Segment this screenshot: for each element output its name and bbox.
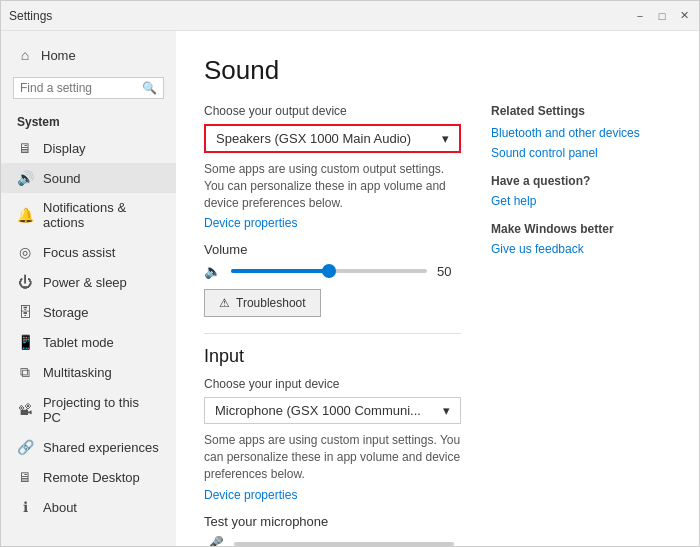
about-icon: ℹ: [17, 499, 33, 515]
sidebar-item-focus[interactable]: ◎ Focus assist: [1, 237, 176, 267]
sidebar-item-multitasking[interactable]: ⧉ Multitasking: [1, 357, 176, 388]
maximize-button[interactable]: □: [655, 9, 669, 23]
sidebar-section-label: System: [1, 105, 176, 133]
sound-control-panel-link[interactable]: Sound control panel: [491, 146, 671, 160]
power-icon: ⏻: [17, 274, 33, 290]
main-layout: Choose your output device Speakers (GSX …: [204, 104, 671, 546]
bluetooth-link[interactable]: Bluetooth and other devices: [491, 126, 671, 140]
home-icon: ⌂: [17, 47, 33, 63]
sound-icon: 🔊: [17, 170, 33, 186]
remote-icon: 🖥: [17, 469, 33, 485]
notifications-icon: 🔔: [17, 207, 33, 223]
volume-label: Volume: [204, 242, 461, 257]
sidebar-item-label: Multitasking: [43, 365, 112, 380]
output-device-properties-link[interactable]: Device properties: [204, 216, 297, 230]
related-settings-title: Related Settings: [491, 104, 671, 118]
sidebar-item-shared[interactable]: 🔗 Shared experiences: [1, 432, 176, 462]
sidebar-item-sound[interactable]: 🔊 Sound: [1, 163, 176, 193]
shared-icon: 🔗: [17, 439, 33, 455]
sidebar-item-label: Sound: [43, 171, 81, 186]
sidebar-item-notifications[interactable]: 🔔 Notifications & actions: [1, 193, 176, 237]
multitasking-icon: ⧉: [17, 364, 33, 381]
content-area: ⌂ Home 🔍 System 🖥 Display 🔊 Sound 🔔 Noti…: [1, 31, 699, 546]
output-device-value: Speakers (GSX 1000 Main Audio): [216, 131, 411, 146]
sidebar-item-storage[interactable]: 🗄 Storage: [1, 297, 176, 327]
settings-window: Settings − □ ✕ ⌂ Home 🔍 System 🖥 Display: [0, 0, 700, 547]
sidebar-item-label: Notifications & actions: [43, 200, 160, 230]
chevron-down-icon: ▾: [442, 131, 449, 146]
search-icon: 🔍: [142, 81, 157, 95]
output-section-label: Choose your output device: [204, 104, 461, 118]
search-input[interactable]: [20, 81, 138, 95]
input-device-properties-link[interactable]: Device properties: [204, 488, 297, 502]
sidebar-home-label: Home: [41, 48, 76, 63]
give-feedback-link[interactable]: Give us feedback: [491, 242, 671, 256]
sidebar-item-label: Shared experiences: [43, 440, 159, 455]
tablet-icon: 📱: [17, 334, 33, 350]
mic-row: 🎤: [204, 535, 461, 546]
volume-slider[interactable]: [231, 269, 427, 273]
volume-row: 🔈 50: [204, 263, 461, 279]
sidebar-item-label: Tablet mode: [43, 335, 114, 350]
test-mic-label: Test your microphone: [204, 514, 461, 529]
close-button[interactable]: ✕: [677, 9, 691, 23]
sidebar-item-label: Display: [43, 141, 86, 156]
sidebar-item-remote[interactable]: 🖥 Remote Desktop: [1, 462, 176, 492]
main-left: Choose your output device Speakers (GSX …: [204, 104, 461, 546]
sidebar-item-projecting[interactable]: 📽 Projecting to this PC: [1, 388, 176, 432]
sidebar: ⌂ Home 🔍 System 🖥 Display 🔊 Sound 🔔 Noti…: [1, 31, 176, 546]
page-title: Sound: [204, 55, 671, 86]
window-title: Settings: [9, 9, 52, 23]
main-content: Sound Choose your output device Speakers…: [176, 31, 699, 546]
sidebar-item-home[interactable]: ⌂ Home: [1, 39, 176, 71]
sidebar-item-label: Remote Desktop: [43, 470, 140, 485]
volume-value: 50: [437, 264, 461, 279]
input-section-label: Choose your input device: [204, 377, 461, 391]
divider: [204, 333, 461, 334]
titlebar: Settings − □ ✕: [1, 1, 699, 31]
sidebar-item-display[interactable]: 🖥 Display: [1, 133, 176, 163]
input-device-dropdown[interactable]: Microphone (GSX 1000 Communi... ▾: [204, 397, 461, 424]
sidebar-item-about[interactable]: ℹ About: [1, 492, 176, 522]
sidebar-item-label: Projecting to this PC: [43, 395, 160, 425]
sidebar-item-label: Storage: [43, 305, 89, 320]
input-device-value: Microphone (GSX 1000 Communi...: [215, 403, 421, 418]
microphone-icon: 🎤: [204, 535, 224, 546]
minimize-button[interactable]: −: [633, 9, 647, 23]
volume-fill: [231, 269, 329, 273]
focus-icon: ◎: [17, 244, 33, 260]
have-a-question-title: Have a question?: [491, 174, 671, 188]
search-box[interactable]: 🔍: [13, 77, 164, 99]
sidebar-item-label: About: [43, 500, 77, 515]
speaker-icon: 🔈: [204, 263, 221, 279]
display-icon: 🖥: [17, 140, 33, 156]
input-info-text: Some apps are using custom input setting…: [204, 432, 461, 482]
input-heading: Input: [204, 346, 461, 367]
sidebar-item-tablet[interactable]: 📱 Tablet mode: [1, 327, 176, 357]
chevron-down-icon: ▾: [443, 403, 450, 418]
projecting-icon: 📽: [17, 402, 33, 418]
troubleshoot-output-label: Troubleshoot: [236, 296, 306, 310]
warning-icon: ⚠: [219, 296, 230, 310]
sidebar-item-label: Power & sleep: [43, 275, 127, 290]
output-device-dropdown[interactable]: Speakers (GSX 1000 Main Audio) ▾: [204, 124, 461, 153]
sidebar-item-label: Focus assist: [43, 245, 115, 260]
storage-icon: 🗄: [17, 304, 33, 320]
related-settings-panel: Related Settings Bluetooth and other dev…: [491, 104, 671, 546]
make-windows-better-title: Make Windows better: [491, 222, 671, 236]
mic-level-track: [234, 542, 454, 546]
output-troubleshoot-button[interactable]: ⚠ Troubleshoot: [204, 289, 321, 317]
output-info-text: Some apps are using custom output settin…: [204, 161, 461, 211]
sidebar-item-power[interactable]: ⏻ Power & sleep: [1, 267, 176, 297]
window-controls: − □ ✕: [633, 9, 691, 23]
get-help-link[interactable]: Get help: [491, 194, 671, 208]
volume-thumb: [322, 264, 336, 278]
